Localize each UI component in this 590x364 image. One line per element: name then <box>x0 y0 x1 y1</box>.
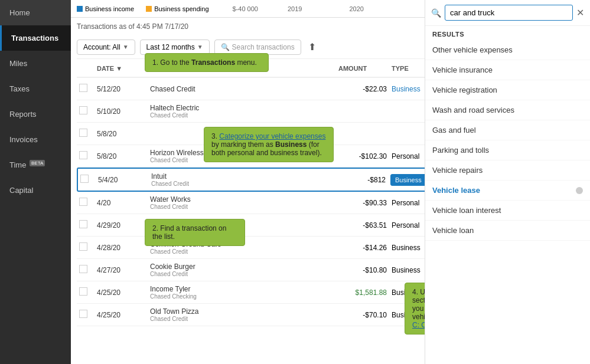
result-item[interactable]: Parking and tolls <box>425 140 590 160</box>
sidebar-item-home[interactable]: Home <box>0 0 71 25</box>
search-panel-input[interactable] <box>445 5 573 21</box>
row-checkbox[interactable] <box>79 106 87 114</box>
search-panel-icon: 🔍 <box>431 8 441 18</box>
income-dot <box>77 6 83 12</box>
row-amount: -$14.26 <box>336 242 389 253</box>
row-date: 4/27/20 <box>94 265 148 276</box>
row-amount <box>336 110 389 113</box>
row-checkbox[interactable] <box>79 84 87 92</box>
row-checkbox[interactable] <box>79 265 87 273</box>
row-date: 5/8/20 <box>94 151 148 162</box>
account-filter[interactable]: Account: All ▼ <box>77 40 135 55</box>
export-button[interactable]: ⬆ <box>306 39 318 55</box>
row-date: 5/4/20 <box>96 175 149 185</box>
result-item[interactable]: Wash and road services <box>425 100 590 120</box>
search-results-list: Other vehicle expenses Vehicle insurance… <box>425 40 590 364</box>
row-checkbox[interactable] <box>79 287 87 296</box>
tooltip-2: 2. Find a transaction on the list. <box>145 219 245 246</box>
legend-spending: Business spending <box>146 5 208 12</box>
header-date[interactable]: DATE ▼ <box>94 64 148 74</box>
header-checkbox <box>77 64 94 74</box>
sidebar-item-capital[interactable]: Capital <box>0 178 71 203</box>
row-date: 4/28/20 <box>94 242 148 253</box>
sidebar: Home Transactions Miles Taxes Reports In… <box>0 0 71 364</box>
sidebar-item-time[interactable]: Time BETA <box>0 152 71 178</box>
row-amount: -$22.03 <box>336 84 389 94</box>
period-chevron-icon: ▼ <box>197 44 203 50</box>
row-amount: -$70.10 <box>336 310 389 320</box>
chart-labels: 2019 2020 <box>288 5 364 12</box>
row-checkbox[interactable] <box>79 198 87 206</box>
result-item[interactable]: Vehicle repairs <box>425 160 590 181</box>
result-item[interactable]: Vehicle insurance <box>425 60 590 80</box>
row-date: 4/25/20 <box>94 287 148 298</box>
sidebar-item-transactions[interactable]: Transactions <box>0 25 71 51</box>
result-item[interactable]: Vehicle loan <box>425 221 590 241</box>
results-label: RESULTS <box>425 26 590 40</box>
selected-indicator <box>576 187 583 194</box>
search-close-button[interactable]: ✕ <box>576 7 584 18</box>
row-transaction: Haltech ElectricChased Credit <box>148 103 336 120</box>
row-transaction: Chased Credit <box>148 84 336 94</box>
row-amount: -$102.30 <box>336 151 389 162</box>
row-amount: -$812 <box>335 175 388 185</box>
period-filter[interactable]: Last 12 months ▼ <box>140 40 210 55</box>
search-input-row: 🔍 ✕ <box>425 0 590 26</box>
row-transaction: Water WorksChased Credit <box>148 194 336 211</box>
row-transaction: IntuitChased Credit <box>149 171 335 188</box>
row-checkbox[interactable] <box>79 242 87 251</box>
row-date: 5/10/20 <box>94 106 148 117</box>
result-item[interactable]: Vehicle loan interest <box>425 201 590 221</box>
result-item[interactable]: Other vehicle expenses <box>425 40 590 60</box>
sidebar-item-taxes[interactable]: Taxes <box>0 76 71 101</box>
row-date: 5/8/20 <box>94 129 148 139</box>
search-icon: 🔍 <box>221 43 230 51</box>
result-item-vehicle-lease[interactable]: Vehicle lease <box>425 181 590 201</box>
row-checkbox[interactable] <box>80 175 89 183</box>
row-amount <box>336 133 389 135</box>
legend-income: Business income <box>77 5 134 12</box>
row-amount: $1,581.88 <box>336 287 389 298</box>
tooltip-1: 1. Go to the Transactions menu. <box>145 53 269 72</box>
row-date: 4/20 <box>94 198 148 208</box>
row-transaction: Income TylerChased Checking <box>148 284 336 301</box>
account-chevron-icon: ▼ <box>123 44 129 50</box>
search-panel: 🔍 ✕ RESULTS Other vehicle expenses Vehic… <box>425 0 590 364</box>
header-amount: AMOUNT <box>336 64 389 74</box>
sidebar-item-invoices[interactable]: Invoices <box>0 127 71 152</box>
row-checkbox[interactable] <box>79 220 87 228</box>
row-checkbox[interactable] <box>79 129 87 137</box>
row-transaction: Old Town PizzaChased Credit <box>148 306 336 323</box>
result-item[interactable]: Gas and fuel <box>425 120 590 140</box>
search-box[interactable]: 🔍 Search transactions <box>214 40 301 55</box>
row-transaction: Cookie BurgerChased Credit <box>148 261 336 278</box>
row-date: 4/25/20 <box>94 310 148 320</box>
row-amount: -$10.80 <box>336 265 389 276</box>
row-checkbox[interactable] <box>79 151 87 159</box>
sidebar-item-reports[interactable]: Reports <box>0 101 71 127</box>
sidebar-item-miles[interactable]: Miles <box>0 51 71 76</box>
tooltip-3: 3. Categorize your vehicle expenses by m… <box>204 127 334 162</box>
row-checkbox[interactable] <box>79 310 87 318</box>
spending-dot <box>146 6 152 12</box>
row-amount: -$90.33 <box>336 198 389 208</box>
row-date: 5/12/20 <box>94 84 148 94</box>
result-item[interactable]: Vehicle registration <box>425 80 590 100</box>
business-type-button[interactable]: Business <box>390 174 426 186</box>
row-amount: -$63.51 <box>336 220 389 231</box>
row-date: 4/29/20 <box>94 220 148 231</box>
